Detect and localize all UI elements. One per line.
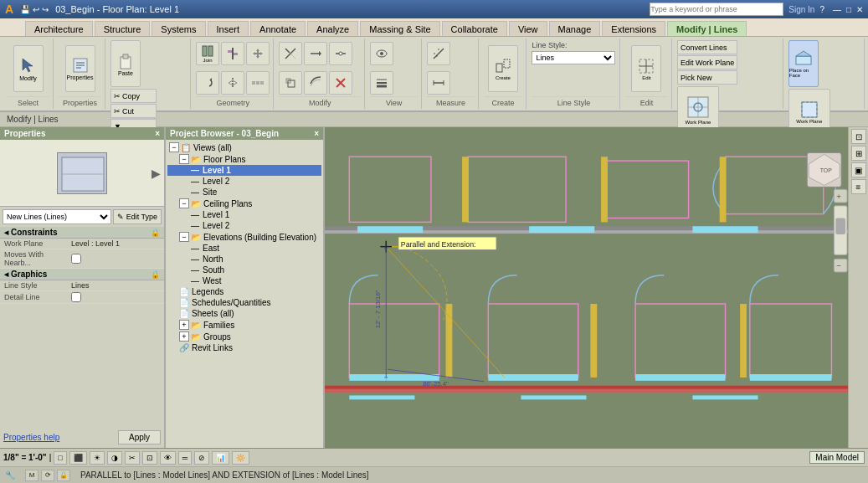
reveal-btn[interactable]: 👁 (160, 451, 176, 465)
tab-insert[interactable]: Insert (208, 21, 249, 36)
copy-btn[interactable]: ✂Copy (110, 89, 157, 103)
canvas-area[interactable]: Parallel and Extension: 12' - 7 13/16" 8… (325, 127, 848, 448)
properties-help-link[interactable]: Properties help (3, 433, 59, 442)
tree-item-ceiling-plans[interactable]: − 📂 Ceiling Plans (167, 198, 321, 209)
redo-btn[interactable]: ↪ (42, 5, 49, 14)
quick-access-btn[interactable]: 💾 (20, 5, 30, 14)
tree-item-families[interactable]: + 📂 Families (167, 319, 321, 331)
prop-nav-arrow[interactable]: ▶ (152, 167, 161, 180)
tab-modify-lines[interactable]: Modify | Lines (667, 21, 747, 36)
mirror-btn[interactable] (221, 71, 244, 95)
measure-btn[interactable] (427, 42, 450, 65)
tab-extensions[interactable]: Extensions (602, 21, 665, 36)
dimension-btn[interactable] (427, 71, 450, 95)
tab-systems[interactable]: Systems (152, 21, 205, 36)
shadows-btn[interactable]: ◑ (107, 451, 122, 465)
moves-with-checkbox[interactable] (71, 254, 81, 264)
line-style-select[interactable]: Lines Wide Lines Thin Lines (532, 51, 615, 64)
properties-close-btn[interactable]: × (155, 129, 160, 138)
delete-btn[interactable] (329, 71, 352, 95)
split-btn[interactable] (329, 42, 352, 65)
tree-item-south[interactable]: — South (167, 265, 321, 275)
tab-architecture[interactable]: Architecture (25, 21, 93, 36)
place-on-face-btn[interactable]: Place on Face (788, 40, 819, 87)
view-ctrl-list[interactable]: ≡ (851, 179, 866, 194)
svg-text:12' - 7 13/16": 12' - 7 13/16" (374, 290, 382, 328)
tree-item-elevations[interactable]: − 📂 Elevations (Building Elevation) (167, 231, 321, 243)
tab-manage[interactable]: Manage (549, 21, 601, 36)
close-btn[interactable]: ✕ (856, 5, 863, 14)
create-similar-btn[interactable]: Create (488, 45, 518, 92)
crop-btn[interactable]: ✂ (125, 451, 140, 465)
tab-analyze[interactable]: Analyze (307, 21, 358, 36)
cut-btn[interactable]: ✂Cut (110, 104, 157, 118)
view-hide-btn[interactable] (370, 42, 393, 65)
tree-item-sheets[interactable]: 📄 Sheets (all) (167, 308, 321, 319)
move-btn[interactable] (246, 42, 270, 65)
temp-hide-btn[interactable]: ⊘ (194, 451, 209, 465)
extend-btn[interactable] (304, 42, 327, 65)
minimize-btn[interactable]: — (833, 5, 841, 14)
browser-close-btn[interactable]: × (314, 129, 319, 138)
edit-work-plane-group-btn[interactable]: Edit (631, 45, 661, 92)
pick-new-btn[interactable]: Pick New (677, 70, 737, 85)
sign-in-btn[interactable]: Sign In (788, 5, 814, 14)
edit-work-plane-btn[interactable]: Edit Work Plane (677, 55, 737, 69)
tab-collaborate[interactable]: Collaborate (442, 21, 507, 36)
detail-level-btn[interactable]: □ (54, 451, 66, 465)
tree-item-west[interactable]: — West (167, 275, 321, 286)
help-btn[interactable]: ? (819, 5, 824, 14)
model-graphics-btn[interactable]: M (25, 470, 39, 481)
analysis-btn[interactable]: 📊 (212, 451, 229, 465)
view-thin-lines-btn[interactable] (370, 71, 393, 95)
edit-type-btn[interactable]: ✎ Edit Type (113, 209, 162, 224)
properties-btn[interactable]: Properties (65, 45, 95, 92)
work-plane-viewer-btn[interactable]: Work Plane (677, 86, 719, 133)
lock-btn[interactable]: 🔒 (57, 470, 70, 481)
tree-item-legends[interactable]: 📄 Legends (167, 286, 321, 297)
tree-item-east[interactable]: — East (167, 243, 321, 254)
convert-lines-btn[interactable]: Convert Lines (677, 40, 737, 54)
highlight-btn[interactable]: 🔆 (232, 451, 249, 465)
constraints-section[interactable]: ◂ Constraints 🔒 (0, 227, 164, 239)
tree-item-level1-floor[interactable]: — Level 1 (167, 165, 321, 176)
tab-structure[interactable]: Structure (95, 21, 151, 36)
view-ctrl-3d[interactable]: ⊡ (851, 129, 866, 144)
view-ctrl-render[interactable]: ▣ (851, 162, 866, 177)
region-btn[interactable]: ⊡ (142, 451, 157, 465)
maximize-btn[interactable]: □ (846, 5, 851, 14)
visual-style-btn[interactable]: ⬛ (69, 451, 87, 465)
tree-item-ceiling-level2[interactable]: — Level 2 (167, 220, 321, 231)
sun-path-btn[interactable]: ☀ (90, 451, 105, 465)
join-btn[interactable]: Join (196, 42, 219, 65)
tree-item-schedules[interactable]: 📄 Schedules/Quantities (167, 297, 321, 308)
thin-lines-btn[interactable]: ═ (178, 451, 192, 465)
tab-massing[interactable]: Massing & Site (360, 21, 439, 36)
modify-btn[interactable]: Modify (13, 45, 44, 92)
rotate-btn[interactable] (196, 71, 219, 95)
tab-view[interactable]: View (509, 21, 547, 36)
tree-item-groups[interactable]: + 📂 Groups (167, 331, 321, 342)
tab-annotate[interactable]: Annotate (250, 21, 306, 36)
detail-line-checkbox[interactable] (71, 292, 81, 302)
undo-btn[interactable]: ↩ (33, 5, 39, 14)
tree-item-ceiling-level1[interactable]: — Level 1 (167, 209, 321, 220)
offset-btn[interactable] (304, 71, 327, 95)
type-selector[interactable]: New Lines (Lines) (3, 209, 111, 224)
tree-item-revit-links[interactable]: 🔗 Revit Links (167, 342, 321, 353)
tree-item-site[interactable]: — Site (167, 187, 321, 198)
graphics-section[interactable]: ◂ Graphics 🔒 (0, 269, 164, 280)
sync-btn[interactable]: ⟳ (41, 470, 54, 481)
tree-item-level2-floor[interactable]: — Level 2 (167, 176, 321, 187)
paste-btn[interactable]: Paste (110, 40, 141, 87)
scale-btn[interactable] (279, 71, 302, 95)
trim-btn[interactable] (279, 42, 302, 65)
array-btn[interactable] (246, 71, 270, 95)
tree-item-views[interactable]: − 📋 Views (all) (167, 141, 321, 153)
tree-item-north[interactable]: — North (167, 254, 321, 265)
search-input[interactable] (650, 3, 783, 16)
apply-btn[interactable]: Apply (118, 430, 161, 444)
view-ctrl-grid[interactable]: ⊞ (851, 146, 866, 161)
tree-item-floor-plans[interactable]: − 📂 Floor Plans (167, 153, 321, 165)
align-btn[interactable] (221, 42, 244, 65)
